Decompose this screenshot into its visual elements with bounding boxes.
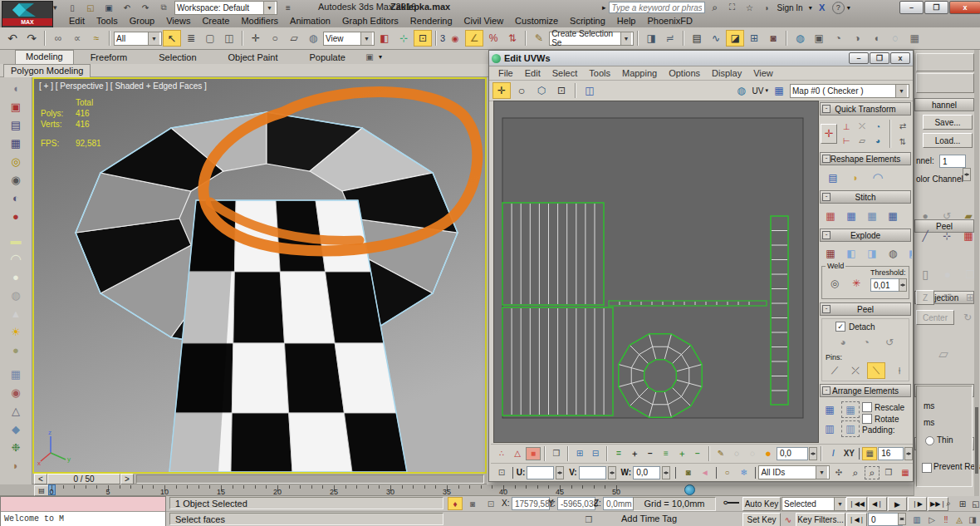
u-spinner[interactable] xyxy=(556,466,564,479)
edit-uvws-dialog[interactable]: Edit UVWs – ❐ x File Edit Select Tools M… xyxy=(488,50,914,482)
thin-seam-radio[interactable] xyxy=(925,436,934,445)
menu-graph-editors[interactable]: Graph Editors xyxy=(336,15,404,27)
channel-rollout-header[interactable]: hannel xyxy=(914,98,974,111)
material-id-filter-dropdown[interactable]: All IDs xyxy=(758,465,830,479)
new-file-icon[interactable] xyxy=(65,1,80,14)
uvw-close-button[interactable]: x xyxy=(890,52,910,64)
angle-snap-icon[interactable] xyxy=(465,30,483,47)
workspace-dropdown[interactable]: Workspace: Default xyxy=(174,1,277,15)
next-frame-button[interactable]: > xyxy=(120,474,134,484)
uvw-maximize-button[interactable]: ❐ xyxy=(870,52,889,64)
rescale-checkbox[interactable] xyxy=(862,402,872,412)
menu-rendering[interactable]: Rendering xyxy=(404,15,458,27)
map-channel-spinner[interactable] xyxy=(963,168,971,181)
time-tag-text[interactable]: Add Time Tag xyxy=(621,514,677,524)
menu-customize[interactable]: Customize xyxy=(509,15,564,27)
arrange-elements-header[interactable]: -Arrange Elements xyxy=(820,384,911,397)
peel-seams-icon[interactable] xyxy=(916,208,934,224)
help-arrow-icon[interactable] xyxy=(847,4,850,12)
restore-button[interactable]: ❐ xyxy=(924,1,948,14)
select-link-icon[interactable] xyxy=(49,30,67,47)
search-icon[interactable] xyxy=(708,1,723,14)
ribbon-minimize-icon[interactable] xyxy=(362,51,377,64)
uv-canvas[interactable] xyxy=(493,101,819,443)
grid-snap-icon[interactable] xyxy=(862,447,877,460)
open-file-icon[interactable] xyxy=(83,1,98,14)
element-mode-icon[interactable] xyxy=(549,447,564,460)
camera-tracker-icon[interactable] xyxy=(5,171,27,189)
weld-threshold-field[interactable]: 0,01 xyxy=(870,278,902,292)
w-field[interactable]: 0,0 xyxy=(633,466,660,479)
ribbon-tab-populate[interactable]: Populate xyxy=(294,52,360,63)
layer-manager-icon[interactable] xyxy=(745,30,763,47)
redo-scene-icon[interactable] xyxy=(22,30,41,47)
adaptive-degradation-icon[interactable] xyxy=(581,513,596,526)
named-selection-set-dropdown[interactable]: Create Selection Se xyxy=(549,32,634,46)
stitch-target-icon[interactable] xyxy=(884,208,902,224)
pack-together-icon[interactable] xyxy=(821,420,839,437)
flatten-by-face-icon[interactable] xyxy=(904,245,912,262)
menu-help[interactable]: Help xyxy=(611,15,642,27)
absolute-offset-toggle-icon[interactable] xyxy=(494,466,509,479)
flatten-by-angle-icon[interactable] xyxy=(842,245,860,262)
lock-selection-icon[interactable] xyxy=(681,466,696,479)
move-tool-icon[interactable] xyxy=(247,30,265,47)
project-folder-icon[interactable] xyxy=(156,1,171,14)
light-lister-icon[interactable] xyxy=(5,153,27,170)
load-uvs-button[interactable]: Load... xyxy=(923,133,973,148)
select-by-name-icon[interactable] xyxy=(182,30,200,47)
flatten-by-group-icon[interactable] xyxy=(821,245,840,262)
bind-spacewarp-icon[interactable] xyxy=(87,30,105,47)
uvw-map-dropdown[interactable]: Map #0 ( Checker ) xyxy=(790,84,909,98)
weld-selected-icon[interactable] xyxy=(847,275,865,292)
peel-header[interactable]: -Peel xyxy=(820,302,911,316)
mute-icon[interactable] xyxy=(924,513,939,526)
peel-mode-icon[interactable] xyxy=(857,334,875,351)
loop-grow-icon[interactable] xyxy=(674,447,689,460)
edge-loop-icon[interactable] xyxy=(659,447,674,460)
current-frame-spinner[interactable] xyxy=(898,513,906,525)
workspace-menu-icon[interactable] xyxy=(281,1,296,14)
unpin-all-icon[interactable] xyxy=(890,362,909,379)
selection-set-key-dropdown[interactable]: Selected xyxy=(782,497,848,511)
pyramid-tool-icon[interactable] xyxy=(5,402,27,420)
pack-normalize-icon[interactable] xyxy=(821,401,839,418)
relax-until-flat-icon[interactable] xyxy=(846,170,865,186)
isolate-icon[interactable] xyxy=(965,513,980,526)
uvw-uv-arrow-icon[interactable] xyxy=(765,87,768,94)
hide-filter-icon[interactable] xyxy=(720,466,735,479)
pan-hand-icon[interactable] xyxy=(831,466,846,479)
listener-macro-pane[interactable] xyxy=(1,497,165,512)
time-slider-handle[interactable]: 0 / 50 xyxy=(47,474,120,484)
atoms-spheres-icon[interactable] xyxy=(5,384,27,401)
bird-hd-icon[interactable] xyxy=(5,457,27,474)
grid-size-field[interactable]: 16 xyxy=(878,447,904,460)
align-angle-icon[interactable] xyxy=(855,120,870,133)
paint-select-icon[interactable] xyxy=(713,447,728,460)
save-uvs-button[interactable]: Save... xyxy=(923,115,973,130)
key-mode-toggle-icon[interactable] xyxy=(909,513,924,526)
align-tool-icon[interactable] xyxy=(661,30,679,47)
time-tag-panel[interactable]: Add Time Tag xyxy=(615,513,714,525)
peel-detach-checkbox[interactable]: ✓ xyxy=(835,322,845,332)
align-center-button[interactable]: Center xyxy=(916,310,954,325)
previous-frame-button[interactable]: < xyxy=(34,474,47,484)
face-mode-icon[interactable]: ■ xyxy=(526,447,541,460)
rotate-ccw-icon[interactable] xyxy=(870,120,885,133)
space-horizontal-icon[interactable] xyxy=(895,119,910,132)
coord-y-field[interactable]: -5965,038 xyxy=(557,497,595,510)
create-dome-icon[interactable] xyxy=(5,250,27,268)
minimize-button[interactable]: – xyxy=(899,1,924,14)
toggle-scene-explorer-icon[interactable] xyxy=(688,30,706,47)
reset-peel-icon[interactable] xyxy=(880,334,899,351)
communication-center-icon[interactable] xyxy=(725,1,740,14)
help-icon[interactable]: ? xyxy=(832,2,845,14)
key-filters-button[interactable]: Key Filters... xyxy=(796,513,845,526)
uvw-menu-view[interactable]: View xyxy=(747,67,779,79)
uvw-uv-space-label[interactable]: UV xyxy=(752,86,764,96)
listener-output-pane[interactable]: Welcome to M xyxy=(1,512,165,526)
planar-map-icon[interactable] xyxy=(916,266,934,283)
command-panel-scrollbar[interactable] xyxy=(974,50,979,496)
window-crossing-icon[interactable] xyxy=(220,30,238,47)
uvw-checker-display-icon[interactable] xyxy=(770,82,788,99)
